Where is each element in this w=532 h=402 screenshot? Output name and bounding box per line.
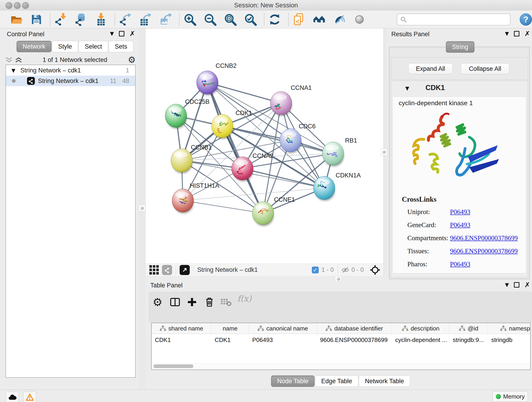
collapse-all-button[interactable]: Collapse All [461, 63, 509, 74]
panel-close-icon[interactable]: ✗ [129, 32, 135, 36]
zoom-in-button[interactable] [183, 13, 196, 26]
zoom-out-icon [204, 13, 216, 26]
export-network-button[interactable] [119, 13, 132, 26]
tab-string[interactable]: String [446, 41, 475, 53]
crosslink-link[interactable]: P06493 [450, 260, 470, 268]
panel-close-icon[interactable]: ✗ [525, 32, 530, 36]
tab-network[interactable]: Network [17, 41, 51, 52]
import-network-from-database-button[interactable] [74, 13, 88, 26]
column-header-name[interactable]: name [211, 323, 249, 334]
panel-float-icon[interactable] [514, 31, 519, 36]
birdseye-grid-icon[interactable] [149, 265, 159, 274]
column-header-description[interactable]: description [392, 323, 450, 334]
column-header-database-identifier[interactable]: database identifier [317, 323, 392, 334]
graph-node-CCNB1[interactable]: CCNB1 [171, 144, 212, 173]
memory-button[interactable]: Memory [493, 391, 528, 402]
crosslink-row: GeneCard:P06493 [407, 221, 522, 229]
tab-select[interactable]: Select [79, 41, 108, 52]
graph-node-CDC25B[interactable]: CDC25B [165, 98, 210, 128]
table-hscrollbar[interactable] [152, 363, 530, 369]
network-column-icon [160, 326, 166, 331]
add-column-icon[interactable] [187, 297, 197, 307]
splitter-handle-bottom[interactable] [335, 276, 342, 282]
table-cell[interactable]: stringdb:9... [450, 334, 488, 346]
column-header-shared-name[interactable]: shared name [152, 323, 211, 334]
crosslink-link[interactable]: 9606.ENSP00000378699 [450, 247, 518, 255]
table-cell[interactable]: P06493 [249, 334, 317, 346]
save-session-button[interactable] [30, 13, 43, 26]
home-button[interactable] [312, 13, 326, 26]
show-columns-icon[interactable] [170, 297, 180, 307]
refresh-button[interactable] [268, 13, 281, 26]
show-graphics-button[interactable] [353, 13, 366, 26]
table-cell[interactable]: cyclin-dependent ... [392, 334, 450, 346]
zoom-fit-button[interactable] [224, 13, 237, 26]
tab-network-table[interactable]: Network Table [359, 375, 410, 387]
column-header-namespace[interactable]: namespace [488, 323, 531, 334]
table-cell[interactable]: CDK1 [211, 334, 249, 346]
network-column-icon [326, 326, 332, 331]
hscrollbar-thumb[interactable] [153, 364, 193, 368]
zoom-selected-button[interactable] [244, 13, 257, 26]
export-image-button[interactable] [159, 13, 172, 26]
export-table-button[interactable] [139, 13, 152, 26]
warning-button[interactable] [23, 392, 36, 402]
string-import-button[interactable] [292, 13, 306, 26]
tab-sets[interactable]: Sets [109, 41, 133, 52]
network-collection-row[interactable]: ▼ String Network – cdk1 1 [6, 65, 135, 76]
tab-node-table[interactable]: Node Table [271, 375, 315, 387]
open-session-button[interactable] [10, 13, 23, 26]
tab-style[interactable]: Style [52, 41, 78, 52]
zoom-out-button[interactable] [203, 13, 217, 26]
hide-labels-button[interactable] [333, 13, 346, 26]
delete-column-trash-icon[interactable] [204, 297, 215, 307]
import-table-button[interactable] [94, 13, 108, 26]
selected-checkbox-icon[interactable]: ✓ [312, 267, 319, 274]
tab-edge-table[interactable]: Edge Table [315, 375, 358, 387]
graph-node-RB1[interactable]: RB1 [322, 137, 357, 166]
graph-node-CCNA1[interactable]: CCNA1 [270, 84, 312, 116]
node-label: RB1 [345, 137, 357, 144]
column-header--id[interactable]: @id [450, 323, 488, 334]
gear-icon[interactable]: ⚙ [128, 55, 136, 65]
graph-node-CDKN1A[interactable]: CDKN1A [313, 172, 361, 201]
table-cell[interactable]: 9606.ENSP00000378699 [317, 334, 392, 346]
import-network-button[interactable] [54, 13, 67, 26]
crosshair-icon[interactable] [370, 265, 380, 275]
crosslink-link[interactable]: P06493 [450, 221, 470, 229]
splitter-handle-left[interactable] [139, 205, 145, 211]
network-row[interactable]: String Network – cdk1 11 48 [6, 76, 135, 86]
search-input[interactable] [407, 16, 510, 23]
panel-menu-icon[interactable]: ▼ [505, 282, 509, 288]
graph-node-CCNE1[interactable]: CCNE1 [252, 196, 295, 226]
network-canvas[interactable]: CCNB2CCNA1CDC25BCDK1CDC6RB1CCNB1CCNA2CDK… [146, 28, 383, 264]
crosslink-link[interactable]: P06493 [450, 208, 470, 216]
gene-expander-icon[interactable]: ▼ [405, 85, 409, 91]
table-settings-gear-icon[interactable]: ⚙ [152, 296, 162, 308]
crosslink-link[interactable]: 9606.ENSP00000378699 [450, 234, 518, 242]
node-label: CCNA1 [291, 84, 312, 91]
collapse-all-icon[interactable] [6, 57, 12, 63]
table-cell[interactable]: stringdb [488, 334, 531, 346]
column-header-canonical-name[interactable]: canonical name [249, 323, 317, 334]
table-cell[interactable]: CDK1 [152, 334, 211, 346]
toolbar-separator [179, 13, 180, 26]
expand-all-button[interactable]: Expand All [408, 63, 453, 74]
node-label: CDK1 [235, 109, 252, 116]
open-view-button[interactable] [180, 265, 190, 275]
expand-all-icon[interactable] [15, 57, 22, 63]
help-button[interactable]: ? [520, 13, 532, 26]
panel-menu-icon[interactable]: ▼ [505, 31, 509, 36]
hidden-eye-icon [341, 267, 349, 273]
cloud-button[interactable] [6, 392, 19, 402]
collection-expander-icon[interactable]: ▼ [12, 68, 15, 73]
panel-float-icon[interactable] [119, 31, 124, 36]
column-header-label: shared name [168, 325, 203, 332]
panel-float-icon[interactable] [514, 282, 519, 288]
string-view-button[interactable] [162, 265, 172, 275]
panel-close-icon[interactable]: ✗ [525, 283, 530, 287]
panel-menu-icon[interactable]: ▼ [110, 31, 114, 36]
table-row[interactable]: CDK1CDK1P064939606.ENSP00000378699cyclin… [152, 334, 530, 346]
splitter-handle-right[interactable] [381, 148, 387, 155]
string-network-graph[interactable]: CCNB2CCNA1CDC25BCDK1CDC6RB1CCNB1CCNA2CDK… [146, 28, 383, 264]
